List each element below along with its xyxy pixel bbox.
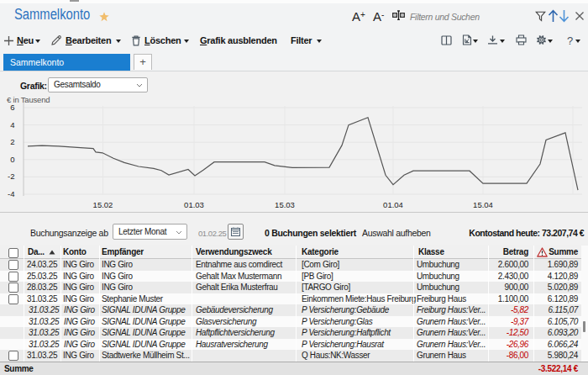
svg-text:15.02: 15.02 xyxy=(93,200,113,209)
svg-text:-2: -2 xyxy=(8,172,14,181)
svg-text:-4: -4 xyxy=(8,189,14,198)
svg-text:15.04: 15.04 xyxy=(473,200,493,209)
svg-text:01.03: 01.03 xyxy=(184,200,204,209)
svg-text:15.03: 15.03 xyxy=(275,200,295,209)
svg-text:4: 4 xyxy=(10,120,14,129)
svg-text:0: 0 xyxy=(10,155,14,164)
svg-text:6: 6 xyxy=(10,103,14,112)
svg-text:2: 2 xyxy=(10,137,14,146)
svg-text:01.04: 01.04 xyxy=(383,200,403,209)
